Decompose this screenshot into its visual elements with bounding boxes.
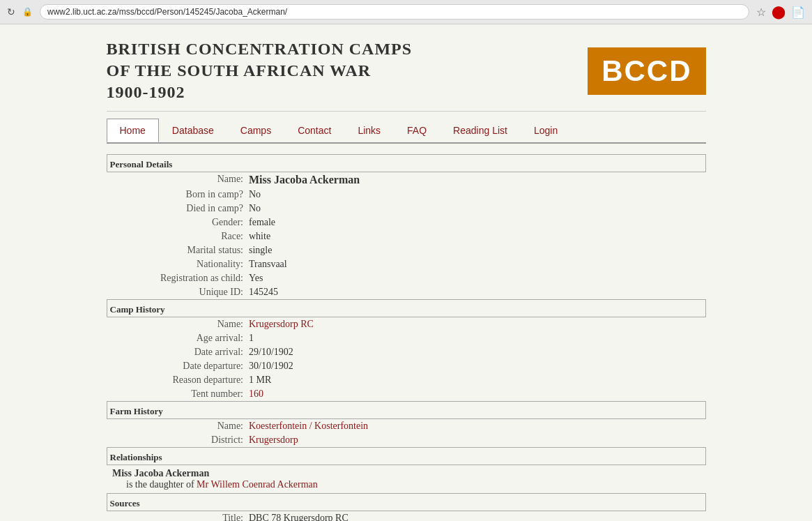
farm-history-header-row: Farm History (107, 401, 705, 418)
nav-link-links[interactable]: Links (344, 119, 394, 142)
date-departure-label: Date departure: (107, 359, 246, 373)
relationships-header: Relationships (107, 447, 705, 465)
relationship-person-name: Miss Jacoba Ackerman (112, 468, 209, 478)
main-nav: Home Database Camps Contact Links FAQ Re… (107, 119, 706, 144)
district-label: District: (107, 433, 246, 448)
marital-status-label: Marital status: (107, 243, 246, 257)
nav-item-links[interactable]: Links (344, 119, 394, 142)
farm-history-header: Farm History (107, 401, 705, 418)
sources-header-row: Sources (107, 493, 705, 511)
browser-controls: ↻ (7, 6, 15, 17)
date-arrival-value: 29/10/1902 (246, 345, 705, 359)
tent-number-row: Tent number: 160 (107, 387, 705, 402)
name-label: Name: (107, 172, 246, 188)
tent-number-link[interactable]: 160 (249, 388, 263, 399)
camp-name-link[interactable]: Krugersdorp RC (249, 319, 314, 329)
born-in-camp-label: Born in camp? (107, 188, 246, 202)
refresh-button[interactable]: ↻ (7, 6, 15, 17)
died-in-camp-value: No (246, 202, 705, 216)
race-value: white (246, 229, 705, 243)
browser-chrome: ↻ 🔒 www2.lib.uct.ac.za/mss/bccd/Person/1… (0, 0, 812, 24)
browser-actions: ☆ ⬤ 📄 (756, 4, 805, 20)
nav-link-faq[interactable]: FAQ (394, 119, 440, 142)
page-wrapper: British Concentration Camps of the South… (0, 24, 812, 521)
relationship-text: is the daughter of (126, 479, 194, 490)
page-content: British Concentration Camps of the South… (107, 38, 706, 521)
address-bar[interactable]: www2.lib.uct.ac.za/mss/bccd/Person/14524… (40, 4, 749, 20)
marital-status-row: Marital status: single (107, 243, 705, 257)
district-link[interactable]: Krugersdorp (249, 435, 298, 445)
nav-link-contact[interactable]: Contact (284, 119, 344, 142)
farm-name-link[interactable]: Koesterfontein / Kosterfontein (249, 421, 368, 431)
age-arrival-row: Age arrival: 1 (107, 331, 705, 345)
nationality-label: Nationality: (107, 257, 246, 271)
reason-departure-value: 1 MR (246, 373, 705, 387)
camp-name-label: Name: (107, 317, 246, 331)
died-in-camp-row: Died in camp? No (107, 202, 705, 216)
bookmark-icon[interactable]: ☆ (756, 6, 766, 19)
gender-label: Gender: (107, 216, 246, 229)
reason-departure-label: Reason departure: (107, 373, 246, 387)
nav-link-reading[interactable]: Reading List (440, 119, 521, 142)
age-arrival-label: Age arrival: (107, 331, 246, 345)
tent-number-value: 160 (246, 387, 705, 402)
nav-item-login[interactable]: Login (521, 119, 571, 142)
name-value: Miss Jacoba Ackerman (246, 172, 705, 188)
source-title-row: Title: DBC 78 Krugersdorp RC (107, 511, 705, 521)
extension-icon-red[interactable]: ⬤ (772, 4, 786, 20)
nav-item-camps[interactable]: Camps (227, 119, 284, 142)
district-row: District: Krugersdorp (107, 433, 705, 448)
site-title-line1: British Concentration Camps (107, 38, 413, 60)
nav-item-faq[interactable]: FAQ (394, 119, 440, 142)
nationality-row: Nationality: Transvaal (107, 257, 705, 271)
site-logo: BCCD (588, 47, 705, 95)
lock-icon: 🔒 (22, 7, 33, 17)
registration-label: Registration as child: (107, 271, 246, 285)
personal-details-header: Personal Details (107, 154, 705, 172)
site-title-line3: 1900-1902 (107, 82, 413, 103)
unique-id-label: Unique ID: (107, 285, 246, 300)
related-person-link[interactable]: Mr Willem Coenrad Ackerman (197, 479, 318, 490)
born-in-camp-value: No (246, 188, 705, 202)
district-value: Krugersdorp (246, 433, 705, 448)
camp-history-header: Camp History (107, 299, 705, 317)
relationship-row: Miss Jacoba Ackerman is the daughter of … (107, 465, 705, 493)
died-in-camp-label: Died in camp? (107, 202, 246, 216)
nav-item-database[interactable]: Database (159, 119, 227, 142)
marital-status-value: single (246, 243, 705, 257)
relationship-detail: Miss Jacoba Ackerman is the daughter of … (107, 465, 705, 493)
gender-value: female (246, 216, 705, 229)
registration-row: Registration as child: Yes (107, 271, 705, 285)
nav-link-camps[interactable]: Camps (227, 119, 284, 142)
gender-row: Gender: female (107, 216, 705, 229)
reader-icon[interactable]: 📄 (791, 6, 805, 19)
nav-link-home[interactable]: Home (107, 119, 159, 142)
site-title-line2: of the South African War (107, 60, 413, 82)
site-header: British Concentration Camps of the South… (107, 38, 706, 112)
nav-link-login[interactable]: Login (521, 119, 571, 142)
camp-name-value: Krugersdorp RC (246, 317, 705, 331)
reason-departure-row: Reason departure: 1 MR (107, 373, 705, 387)
date-arrival-label: Date arrival: (107, 345, 246, 359)
farm-name-label: Name: (107, 418, 246, 433)
tent-number-label: Tent number: (107, 387, 246, 402)
nav-link-database[interactable]: Database (159, 119, 227, 142)
nav-item-contact[interactable]: Contact (284, 119, 344, 142)
camp-name-row: Name: Krugersdorp RC (107, 317, 705, 331)
nav-item-home[interactable]: Home (107, 119, 159, 142)
url-text: www2.lib.uct.ac.za/mss/bccd/Person/14524… (47, 7, 287, 17)
born-in-camp-row: Born in camp? No (107, 188, 705, 202)
date-departure-value: 30/10/1902 (246, 359, 705, 373)
camp-history-header-row: Camp History (107, 299, 705, 317)
nav-item-reading[interactable]: Reading List (440, 119, 521, 142)
date-arrival-row: Date arrival: 29/10/1902 (107, 345, 705, 359)
relationships-header-row: Relationships (107, 447, 705, 465)
farm-name-row: Name: Koesterfontein / Kosterfontein (107, 418, 705, 433)
source-title-value: DBC 78 Krugersdorp RC (246, 511, 705, 521)
relationship-text-wrapper: is the daughter of Mr Willem Coenrad Ack… (112, 479, 318, 490)
name-row: Name: Miss Jacoba Ackerman (107, 172, 705, 188)
nationality-value: Transvaal (246, 257, 705, 271)
date-departure-row: Date departure: 30/10/1902 (107, 359, 705, 373)
race-row: Race: white (107, 229, 705, 243)
farm-name-value: Koesterfontein / Kosterfontein (246, 418, 705, 433)
